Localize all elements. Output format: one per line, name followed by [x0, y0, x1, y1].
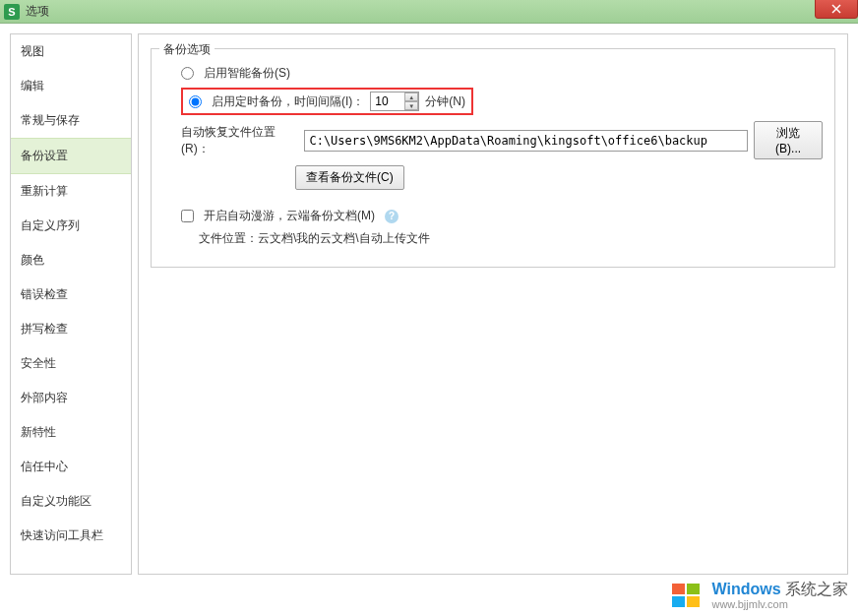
timed-backup-highlight: 启用定时备份，时间间隔(I)： ▲ ▼ 分钟(N)	[181, 88, 473, 115]
svg-rect-5	[687, 596, 700, 607]
recover-path-row: 自动恢复文件位置(R)： 浏览(B)...	[163, 121, 823, 159]
svg-rect-3	[687, 584, 700, 594]
interval-spinner: ▲ ▼	[370, 92, 419, 111]
sidebar-item-quick-access[interactable]: 快速访问工具栏	[11, 519, 131, 553]
roaming-path-row: 文件位置：云文档\我的云文档\自动上传文件	[163, 230, 823, 247]
smart-backup-row: 启用智能备份(S)	[163, 65, 823, 82]
sidebar-item-edit[interactable]: 编辑	[11, 69, 131, 103]
content-panel: 备份选项 启用智能备份(S) 启用定时备份，时间间隔(I)： ▲ ▼	[138, 33, 848, 575]
sidebar-item-trust-center[interactable]: 信任中心	[11, 450, 131, 484]
view-backup-button[interactable]: 查看备份文件(C)	[295, 165, 404, 190]
sidebar: 视图 编辑 常规与保存 备份设置 重新计算 自定义序列 颜色 错误检查 拼写检查…	[10, 33, 132, 575]
close-button[interactable]	[815, 0, 858, 19]
view-backup-row: 查看备份文件(C)	[163, 165, 823, 190]
windows-logo-icon	[670, 581, 705, 610]
recover-path-label: 自动恢复文件位置(R)：	[181, 124, 298, 157]
sidebar-item-external-content[interactable]: 外部内容	[11, 381, 131, 415]
roaming-row: 开启自动漫游，云端备份文档(M) ?	[163, 208, 823, 224]
backup-options-group: 备份选项 启用智能备份(S) 启用定时备份，时间间隔(I)： ▲ ▼	[151, 48, 835, 268]
roaming-path-label: 文件位置：云文档\我的云文档\自动上传文件	[199, 230, 430, 247]
sidebar-item-custom-series[interactable]: 自定义序列	[11, 209, 131, 243]
recover-path-input[interactable]	[304, 130, 748, 152]
browse-button[interactable]: 浏览(B)...	[754, 121, 823, 159]
smart-backup-label: 启用智能备份(S)	[204, 65, 290, 82]
sidebar-item-spell-check[interactable]: 拼写检查	[11, 312, 131, 346]
sidebar-item-backup-settings[interactable]: 备份设置	[11, 138, 131, 174]
window-title: 选项	[26, 3, 49, 20]
help-icon[interactable]: ?	[385, 210, 398, 223]
watermark-url: www.bjjmlv.com	[711, 598, 848, 610]
sidebar-item-recalc[interactable]: 重新计算	[11, 174, 131, 209]
sidebar-item-general-save[interactable]: 常规与保存	[11, 103, 131, 138]
spinner-up-icon[interactable]: ▲	[404, 92, 418, 101]
titlebar: S 选项	[0, 0, 858, 24]
timed-backup-radio[interactable]	[189, 95, 202, 108]
watermark-brand: Windows 系统之家	[711, 581, 848, 598]
spinner-down-icon[interactable]: ▼	[404, 101, 418, 110]
main-area: 视图 编辑 常规与保存 备份设置 重新计算 自定义序列 颜色 错误检查 拼写检查…	[0, 24, 858, 585]
sidebar-item-view[interactable]: 视图	[11, 34, 131, 69]
timed-backup-row: 启用定时备份，时间间隔(I)： ▲ ▼ 分钟(N)	[163, 88, 823, 115]
svg-rect-4	[672, 596, 685, 607]
minutes-label: 分钟(N)	[425, 93, 465, 110]
sidebar-item-color[interactable]: 颜色	[11, 243, 131, 277]
app-icon: S	[4, 4, 20, 20]
smart-backup-radio[interactable]	[181, 67, 194, 80]
timed-backup-label: 启用定时备份，时间间隔(I)：	[212, 93, 364, 110]
sidebar-item-custom-ribbon[interactable]: 自定义功能区	[11, 484, 131, 519]
watermark: Windows 系统之家 www.bjjmlv.com	[670, 581, 848, 610]
close-icon	[831, 4, 841, 14]
roaming-checkbox[interactable]	[181, 210, 194, 222]
sidebar-item-new-features[interactable]: 新特性	[11, 415, 131, 450]
sidebar-item-error-check[interactable]: 错误检查	[11, 277, 131, 312]
sidebar-item-security[interactable]: 安全性	[11, 346, 131, 381]
group-title: 备份选项	[159, 41, 214, 58]
roaming-label: 开启自动漫游，云端备份文档(M)	[204, 208, 375, 224]
svg-rect-2	[672, 584, 685, 594]
